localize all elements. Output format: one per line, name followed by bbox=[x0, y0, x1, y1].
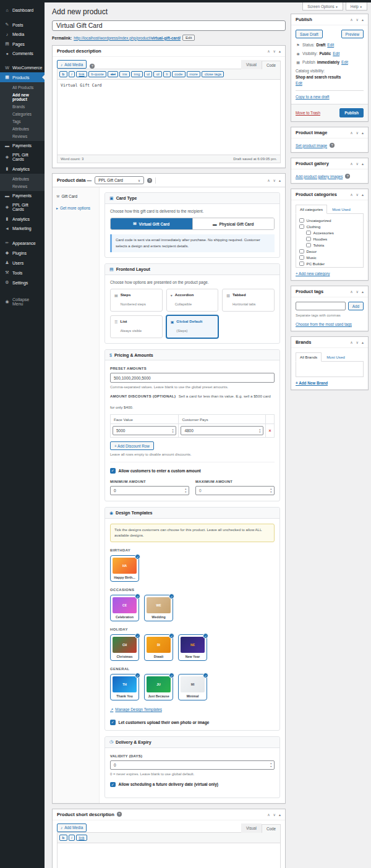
permalink-edit-button[interactable]: Edit bbox=[182, 35, 195, 41]
edit-status-link[interactable]: Edit bbox=[327, 43, 334, 47]
qt-ins-button[interactable]: ins bbox=[119, 71, 130, 77]
category-music[interactable]: Music bbox=[299, 255, 360, 260]
qt-img-button[interactable]: img bbox=[131, 71, 143, 77]
sidebar-item-posts[interactable]: ✎Posts bbox=[0, 20, 45, 30]
manage-design-templates-link[interactable]: ↗Manage Design Templates bbox=[110, 707, 162, 712]
help-icon[interactable]: ? bbox=[117, 812, 122, 817]
layout-option-steps[interactable]: ▤StepsNumbered steps bbox=[110, 289, 163, 312]
qt-li-button[interactable]: li bbox=[163, 71, 171, 77]
sidebar-item-appearance[interactable]: ✏Appearance bbox=[0, 238, 45, 248]
design-card-new-year[interactable]: ✓ NE New Year bbox=[178, 634, 207, 661]
add-new-brand-link[interactable]: + Add New Brand bbox=[296, 381, 328, 385]
toggle-panel-icon[interactable]: ▴ bbox=[362, 161, 364, 166]
qt-link-button[interactable]: link bbox=[76, 835, 87, 841]
move-down-icon[interactable]: ∨ bbox=[356, 161, 359, 166]
category-clothing[interactable]: Clothing bbox=[299, 224, 360, 229]
screen-options-button[interactable]: Screen Options ▼ bbox=[302, 2, 343, 11]
sidebar-item-reviews[interactable]: Reviews bbox=[0, 132, 45, 140]
qt-bold-button[interactable]: b bbox=[59, 835, 67, 841]
sidebar-item-woocommerce[interactable]: WWooCommerce bbox=[0, 63, 45, 72]
qt-del-button[interactable]: del bbox=[108, 71, 118, 77]
toggle-panel-icon[interactable]: ▴ bbox=[362, 289, 364, 294]
tab-most-used[interactable]: Most Used bbox=[331, 205, 352, 213]
sidebar-item-attributes-2[interactable]: Attributes bbox=[0, 175, 45, 182]
move-up-icon[interactable]: ∧ bbox=[350, 192, 352, 197]
qt-ul-button[interactable]: ul bbox=[144, 71, 153, 77]
tab-visual[interactable]: Visual bbox=[241, 60, 262, 69]
move-up-icon[interactable]: ∧ bbox=[267, 812, 270, 817]
checkbox[interactable] bbox=[299, 262, 304, 266]
minimum-amount-input[interactable]: 0▲▼ bbox=[110, 486, 189, 495]
sidebar-item-tools[interactable]: ⚒Tools bbox=[0, 268, 45, 278]
layout-option-tabbed[interactable]: ▥TabbedHorizontal tabs bbox=[222, 289, 275, 312]
sidebar-item-dashboard[interactable]: ⌂Dashboard bbox=[0, 6, 45, 15]
checkbox[interactable] bbox=[299, 218, 304, 223]
spinner[interactable]: ▲▼ bbox=[270, 762, 272, 768]
design-card-wedding[interactable]: ✓ WE Wedding bbox=[144, 595, 173, 621]
tab-code[interactable]: Code bbox=[262, 61, 281, 69]
tab-most-used-brands[interactable]: Most Used bbox=[325, 353, 346, 361]
customer-pays-input[interactable]: 4800▲▼ bbox=[181, 426, 263, 435]
move-to-trash-link[interactable]: Move to Trash bbox=[296, 111, 320, 115]
sidebar-item-payments-2[interactable]: ▬Payments bbox=[0, 191, 45, 200]
move-up-icon[interactable]: ∧ bbox=[267, 49, 270, 53]
custom-amount-checkbox[interactable]: ✓ bbox=[110, 468, 116, 474]
set-product-image-link[interactable]: Set product image bbox=[296, 143, 327, 148]
product-type-select[interactable]: PPL Gift Card∨ bbox=[95, 176, 144, 184]
sidebar-item-tags[interactable]: Tags bbox=[0, 117, 45, 125]
save-draft-button[interactable]: Save Draft bbox=[296, 30, 323, 38]
move-up-icon[interactable]: ∧ bbox=[350, 17, 352, 22]
sidebar-item-add-new-product[interactable]: Add new product bbox=[0, 91, 45, 103]
add-discount-row-button[interactable]: + Add Discount Row bbox=[110, 441, 154, 450]
tab-gift-card[interactable]: ⚒Gift Card bbox=[53, 192, 99, 201]
move-down-icon[interactable]: ∨ bbox=[356, 17, 359, 22]
publish-button[interactable]: Publish bbox=[339, 108, 364, 117]
move-down-icon[interactable]: ∨ bbox=[356, 340, 359, 344]
upload-photo-checkbox[interactable]: ✓ bbox=[110, 720, 116, 725]
choose-most-used-tags-link[interactable]: Choose from the most used tags bbox=[296, 322, 352, 326]
qt-italic-button[interactable]: i bbox=[69, 835, 75, 841]
move-up-icon[interactable]: ∧ bbox=[350, 340, 352, 344]
sidebar-item-settings[interactable]: ⚙Settings bbox=[0, 278, 45, 287]
checkbox[interactable] bbox=[306, 231, 311, 236]
checkbox[interactable] bbox=[306, 243, 311, 248]
move-down-icon[interactable]: ∨ bbox=[356, 130, 359, 135]
tab-get-more-options[interactable]: ▸Get more options bbox=[53, 203, 99, 213]
sidebar-item-all-products[interactable]: All Products bbox=[0, 83, 45, 91]
category-hoodies[interactable]: Hoodies bbox=[306, 237, 360, 242]
add-gallery-images-link[interactable]: Add product gallery images bbox=[296, 174, 343, 179]
virtual-gift-card-option[interactable]: ✉Virtual Gift Card bbox=[111, 218, 192, 229]
checkbox[interactable] bbox=[299, 249, 304, 254]
sidebar-item-analytics[interactable]: ▮Analytics bbox=[0, 164, 45, 174]
tab-code[interactable]: Code bbox=[262, 824, 281, 833]
design-card-diwali[interactable]: ✓ DI Diwali bbox=[144, 634, 173, 661]
checkbox[interactable] bbox=[299, 224, 304, 229]
category-accessories[interactable]: Accessories bbox=[306, 231, 360, 236]
design-card-thank-you[interactable]: ✓ TH Thank You bbox=[110, 674, 139, 700]
move-down-icon[interactable]: ∨ bbox=[356, 192, 359, 197]
category-uncategorized[interactable]: Uncategorized bbox=[299, 218, 360, 223]
toggle-panel-icon[interactable]: ▴ bbox=[279, 812, 281, 817]
move-up-icon[interactable]: ∧ bbox=[350, 289, 352, 294]
move-down-icon[interactable]: ∨ bbox=[273, 178, 276, 182]
tags-input[interactable] bbox=[296, 302, 346, 310]
qt-italic-button[interactable]: i bbox=[69, 71, 75, 77]
layout-option-list[interactable]: ☰ListAlways visible bbox=[110, 315, 163, 338]
add-media-button[interactable]: ♪Add Media bbox=[57, 823, 87, 832]
sidebar-item-products[interactable]: ▦Products bbox=[0, 72, 45, 82]
qt-ol-button[interactable]: ol bbox=[153, 71, 162, 77]
sidebar-item-ppl-gift-cards-2[interactable]: ◈PPL Gift Cards bbox=[0, 200, 45, 214]
category-tshirts[interactable]: Tshirts bbox=[306, 243, 360, 248]
preset-amounts-input[interactable]: 500,1000,2000,5000 bbox=[110, 373, 275, 383]
toggle-panel-icon[interactable]: ▴ bbox=[279, 49, 281, 53]
schedule-delivery-checkbox[interactable]: ✓ bbox=[110, 782, 116, 788]
add-tag-button[interactable]: Add bbox=[348, 302, 364, 310]
edit-catalog-visibility-link[interactable]: Edit bbox=[296, 81, 364, 85]
help-icon[interactable]: ? bbox=[330, 143, 335, 148]
sidebar-item-media[interactable]: ♪Media bbox=[0, 30, 45, 39]
qt-more-button[interactable]: more bbox=[187, 71, 201, 77]
qt-closetags-button[interactable]: close tags bbox=[202, 71, 224, 77]
spinner[interactable]: ▲▼ bbox=[258, 428, 261, 433]
sidebar-item-reviews-2[interactable]: Reviews bbox=[0, 182, 45, 190]
move-down-icon[interactable]: ∨ bbox=[273, 812, 276, 817]
